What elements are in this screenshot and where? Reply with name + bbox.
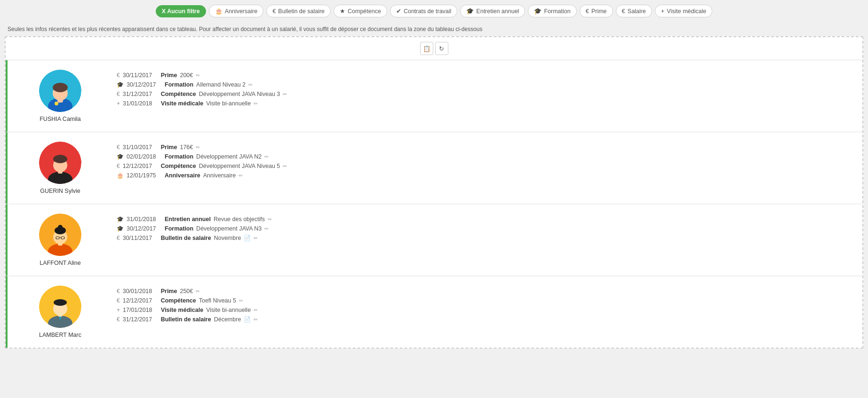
event-type-icon-fushia-3: + (117, 100, 120, 107)
event-detail-lambert-0: 250€ (180, 288, 193, 295)
event-detail-fushia-2: Développement JAVA Niveau 3 (199, 91, 280, 97)
svg-point-26 (54, 299, 67, 306)
btn-icon-formation: 🎓 (534, 8, 542, 15)
btn-label-competence: Compétence (348, 8, 381, 15)
event-type-icon-lambert-1: € (117, 297, 120, 304)
event-type-icon-lambert-2: + (117, 307, 120, 313)
event-date-guerin-0: 31/10/2017 (123, 144, 158, 151)
event-detail-laffont-2: Novembre (214, 235, 241, 241)
event-detail-fushia-1: Allemand Niveau 2 (196, 81, 246, 88)
employee-row-lambert: LAMBERT Marc€30/01/2018Prime 250€✏€12/12… (6, 276, 862, 348)
event-detail-lambert-2: Visite bi-annuelle (206, 307, 251, 313)
event-item-fushia-3: +31/01/2018Visite médicale Visite bi-ann… (117, 100, 855, 107)
event-date-fushia-3: 31/01/2018 (123, 100, 158, 107)
event-edit-icon-lambert-1[interactable]: ✏ (239, 298, 243, 304)
event-edit-icon-fushia-3[interactable]: ✏ (254, 101, 258, 107)
main-container: 📋 ↻ FUSHIA Camila€30/11/2017Prime 200€✏🎓… (5, 36, 863, 349)
event-edit-icon-fushia-2[interactable]: ✏ (283, 91, 287, 97)
filter-btn-entretien-annuel[interactable]: 🎓Entretien annuel (460, 5, 525, 17)
event-date-lambert-1: 12/12/2017 (123, 297, 158, 304)
event-detail-laffont-0: Revue des objectifs (214, 216, 265, 223)
event-date-fushia-2: 31/12/2017 (123, 91, 158, 97)
event-date-fushia-1: 30/12/2017 (127, 81, 162, 88)
event-date-guerin-1: 02/01/2018 (127, 153, 162, 160)
event-date-lambert-3: 31/12/2017 (123, 316, 158, 323)
avatar-section-fushia: FUSHIA Camila (13, 70, 98, 122)
employee-row-guerin: GUERIN Sylvie€31/10/2017Prime 176€✏🎓02/0… (6, 132, 862, 204)
event-edit-icon-lambert-2[interactable]: ✏ (254, 307, 258, 313)
filter-btn-formation[interactable]: 🎓Formation (528, 5, 576, 17)
event-type-icon-guerin-1: 🎓 (117, 153, 124, 160)
employee-name-fushia: FUSHIA Camila (40, 116, 81, 122)
event-edit-icon-laffont-1[interactable]: ✏ (264, 226, 269, 232)
event-edit-icon-laffont-2[interactable]: ✏ (254, 235, 258, 241)
avatar-section-lambert: LAMBERT Marc (13, 286, 98, 338)
filter-btn-competence[interactable]: ★Compétence (334, 5, 387, 17)
event-type-label-laffont-1: Formation (165, 225, 193, 232)
event-detail-guerin-0: 176€ (180, 144, 193, 151)
event-edit-icon-fushia-1[interactable]: ✏ (248, 82, 253, 88)
event-pdf-icon-laffont-2[interactable]: 📄 (244, 235, 251, 241)
btn-icon-competence: ★ (340, 8, 345, 15)
event-edit-icon-lambert-3[interactable]: ✏ (254, 317, 258, 323)
event-item-lambert-2: +17/01/2018Visite médicale Visite bi-ann… (117, 307, 855, 313)
btn-icon-entretien-annuel: 🎓 (466, 8, 474, 15)
avatar-section-laffont: LAFFONT Aline (13, 214, 98, 266)
event-type-label-laffont-2: Bulletin de salaire (161, 235, 211, 241)
filter-bar: X Aucun filtre🎂Anniversaire€Bulletin de … (0, 0, 868, 22)
event-type-icon-laffont-2: € (117, 235, 120, 241)
event-pdf-icon-lambert-3[interactable]: 📄 (244, 316, 251, 323)
event-detail-laffont-1: Développement JAVA N3 (196, 225, 262, 232)
employee-name-lambert: LAMBERT Marc (39, 332, 81, 338)
event-edit-icon-laffont-0[interactable]: ✏ (268, 216, 272, 223)
filter-btn-no-filter[interactable]: X Aucun filtre (156, 5, 206, 17)
export-icon: 📋 (423, 45, 430, 52)
events-section-laffont: 🎓31/01/2018Entretien annuel Revue des ob… (98, 214, 855, 244)
event-edit-icon-guerin-1[interactable]: ✏ (264, 154, 269, 160)
event-item-guerin-0: €31/10/2017Prime 176€✏ (117, 144, 855, 151)
event-type-label-fushia-0: Prime (161, 72, 177, 79)
event-detail-guerin-1: Développement JAVA N2 (196, 153, 262, 160)
event-date-laffont-0: 31/01/2018 (127, 216, 162, 223)
event-item-fushia-0: €30/11/2017Prime 200€✏ (117, 72, 855, 79)
btn-label-anniversaire: Anniversaire (225, 8, 257, 15)
event-item-laffont-1: 🎓30/12/2017Formation Développement JAVA … (117, 225, 855, 232)
filter-btn-anniversaire[interactable]: 🎂Anniversaire (209, 5, 263, 17)
event-edit-icon-guerin-0[interactable]: ✏ (196, 144, 200, 151)
btn-icon-contrats-travail: ✔ (396, 8, 401, 15)
event-item-lambert-1: €12/12/2017Compétence Toefl Niveau 5✏ (117, 297, 855, 304)
filter-btn-visite-medicale[interactable]: +Visite médicale (655, 5, 712, 17)
btn-icon-anniversaire: 🎂 (215, 8, 223, 15)
btn-label-salaire: Salaire (628, 8, 646, 15)
event-detail-lambert-1: Toefl Niveau 5 (199, 297, 236, 304)
event-item-fushia-2: €31/12/2017Compétence Développement JAVA… (117, 91, 855, 97)
event-type-label-lambert-0: Prime (161, 288, 177, 295)
refresh-button[interactable]: ↻ (435, 42, 448, 55)
event-type-icon-fushia-1: 🎓 (117, 81, 124, 88)
event-edit-icon-lambert-0[interactable]: ✏ (196, 288, 200, 295)
svg-point-17 (58, 225, 63, 230)
event-edit-icon-guerin-2[interactable]: ✏ (283, 163, 287, 169)
event-type-icon-guerin-0: € (117, 144, 120, 151)
event-type-icon-laffont-1: 🎓 (117, 225, 124, 232)
event-item-guerin-3: 🎂12/01/1975Anniversaire Anniversaire✏ (117, 172, 855, 179)
btn-label-prime: Prime (591, 8, 607, 15)
filter-btn-contrats-travail[interactable]: ✔Contrats de travail (390, 5, 457, 17)
filter-btn-bulletin-salaire[interactable]: €Bulletin de salaire (266, 5, 331, 17)
export-button[interactable]: 📋 (420, 42, 433, 55)
filter-btn-salaire[interactable]: €Salaire (616, 5, 652, 17)
event-edit-icon-guerin-3[interactable]: ✏ (239, 173, 243, 179)
event-type-icon-fushia-0: € (117, 72, 120, 79)
btn-icon-visite-medicale: + (661, 8, 665, 15)
event-type-label-fushia-1: Formation (165, 81, 193, 88)
event-type-label-fushia-3: Visite médicale (161, 100, 203, 107)
filter-btn-prime[interactable]: €Prime (580, 5, 613, 17)
event-item-lambert-0: €30/01/2018Prime 250€✏ (117, 288, 855, 295)
event-type-icon-guerin-2: € (117, 163, 120, 169)
event-edit-icon-fushia-0[interactable]: ✏ (196, 72, 200, 79)
event-item-guerin-1: 🎓02/01/2018Formation Développement JAVA … (117, 153, 855, 160)
avatar-section-guerin: GUERIN Sylvie (13, 142, 98, 194)
events-section-fushia: €30/11/2017Prime 200€✏🎓30/12/2017Formati… (98, 70, 855, 110)
event-detail-fushia-3: Visite bi-annuelle (206, 100, 251, 107)
btn-label-contrats-travail: Contrats de travail (404, 8, 451, 15)
